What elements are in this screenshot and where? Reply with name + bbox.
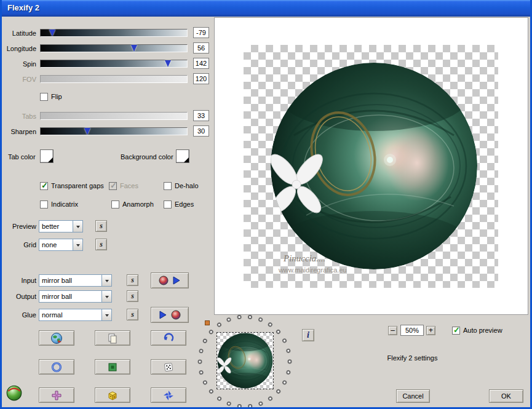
flip-checkbox[interactable] xyxy=(40,93,48,101)
latitude-slider-thumb[interactable] xyxy=(49,30,55,36)
thumbnail-preview[interactable] xyxy=(216,332,274,389)
longitude-label: Longitude xyxy=(2,45,36,52)
ring-icon xyxy=(50,361,63,373)
dice-icon xyxy=(162,361,175,373)
watermark-line1: Pinuccia.... xyxy=(284,253,325,264)
auto-preview-checkbox[interactable] xyxy=(452,327,460,335)
chevron-down-icon[interactable] xyxy=(101,309,111,320)
copy-button[interactable] xyxy=(95,330,130,346)
green-square-button[interactable] xyxy=(95,359,130,375)
glue-random-button[interactable]: s xyxy=(127,309,138,320)
auto-preview-label: Auto preview xyxy=(463,327,502,334)
output-random-button[interactable]: s xyxy=(127,290,138,302)
de-halo-label: De-halo xyxy=(175,182,199,189)
output-select[interactable]: mirror ball xyxy=(39,290,112,303)
spin-slider-thumb[interactable] xyxy=(165,60,171,67)
chevron-down-icon[interactable] xyxy=(73,221,82,232)
fov-slider xyxy=(40,75,188,83)
chevron-down-icon[interactable] xyxy=(101,275,111,286)
sharpen-label: Sharpen xyxy=(2,128,36,135)
latitude-value[interactable]: -79 xyxy=(193,27,209,38)
de-halo-checkbox[interactable] xyxy=(164,182,172,190)
grid-label: Grid xyxy=(2,241,36,248)
faces-checkbox xyxy=(109,182,117,190)
preview-select-value: better xyxy=(39,221,73,232)
cancel-button[interactable]: Cancel xyxy=(396,389,430,403)
glue-select[interactable]: normal xyxy=(39,309,112,321)
longitude-slider-thumb[interactable] xyxy=(131,45,137,52)
latitude-label: Latitude xyxy=(2,30,36,37)
transparent-gaps-label: Transparent gaps xyxy=(51,182,104,189)
output-label: Output xyxy=(2,293,36,300)
background-color-label: Background color xyxy=(121,153,173,161)
play-sphere-icon xyxy=(156,309,183,320)
watermark-line2: www.maidiregrafica.eu xyxy=(279,266,347,274)
preview-select[interactable]: better xyxy=(39,220,83,232)
longitude-slider[interactable] xyxy=(40,44,188,52)
blue-pinwheel-icon xyxy=(162,389,175,402)
globe-icon xyxy=(50,332,63,344)
latitude-slider[interactable] xyxy=(40,29,188,37)
green-sphere-icon[interactable] xyxy=(5,383,23,402)
edges-group: Edges xyxy=(164,200,194,208)
dice-button[interactable] xyxy=(151,359,186,375)
preview-sphere-image[interactable] xyxy=(269,62,478,271)
grid-select-value: none xyxy=(39,239,73,250)
tabs-label: Tabs xyxy=(2,113,36,120)
flip-label: Flip xyxy=(51,93,62,100)
green-square-icon xyxy=(106,361,119,373)
auto-preview-group: Auto preview xyxy=(452,326,502,335)
tab-color-swatch[interactable] xyxy=(40,149,54,163)
grid-select[interactable]: none xyxy=(39,239,83,251)
edges-checkbox[interactable] xyxy=(164,201,172,208)
fov-value: 120 xyxy=(193,73,209,84)
spin-value[interactable]: 142 xyxy=(193,58,209,69)
longitude-row: Longitude xyxy=(2,44,211,55)
ring-button[interactable] xyxy=(39,359,74,375)
undo-icon xyxy=(162,332,175,344)
zoom-out-button[interactable]: – xyxy=(388,326,397,335)
indicatrix-group: Indicatrix xyxy=(40,200,78,208)
longitude-value[interactable]: 56 xyxy=(193,42,209,54)
info-button[interactable]: i xyxy=(302,329,314,341)
background-color-swatch[interactable] xyxy=(176,149,189,163)
globe-button[interactable] xyxy=(39,330,74,346)
grid-random-button[interactable]: s xyxy=(95,239,107,250)
indicatrix-label: Indicatrix xyxy=(51,201,78,208)
preview-random-button[interactable]: s xyxy=(95,220,107,232)
yellow-cube-icon xyxy=(106,389,119,402)
input-random-button[interactable]: s xyxy=(127,274,138,286)
undo-button[interactable] xyxy=(151,330,186,346)
anamorph-group: Anamorph xyxy=(111,200,154,208)
spin-label: Spin xyxy=(2,60,36,68)
output-select-value: mirror ball xyxy=(39,291,101,302)
sharpen-value[interactable]: 30 xyxy=(193,125,209,137)
anamorph-checkbox[interactable] xyxy=(111,201,119,208)
tabs-slider xyxy=(40,112,188,120)
latitude-row: Latitude xyxy=(2,28,211,39)
ring-handle[interactable] xyxy=(205,320,210,325)
transparent-gaps-checkbox[interactable] xyxy=(40,182,48,190)
title-bar[interactable]: Flexify 2 xyxy=(2,0,530,17)
tabs-row: Tabs xyxy=(2,111,211,122)
glue-select-value: normal xyxy=(39,309,101,320)
spin-slider[interactable] xyxy=(40,60,188,68)
sharpen-slider[interactable] xyxy=(40,127,188,135)
input-select[interactable]: mirror ball xyxy=(39,274,112,287)
spin-row: Spin xyxy=(2,59,211,70)
fov-row: FOV xyxy=(2,74,211,85)
glue-action-button[interactable] xyxy=(151,307,189,323)
chevron-down-icon[interactable] xyxy=(101,291,111,302)
purple-cross-button[interactable] xyxy=(39,387,74,403)
zoom-in-button[interactable]: + xyxy=(426,326,435,335)
yellow-cube-button[interactable] xyxy=(95,387,130,403)
chevron-down-icon[interactable] xyxy=(73,239,82,250)
blue-pinwheel-button[interactable] xyxy=(151,387,186,403)
sharpen-slider-thumb[interactable] xyxy=(84,128,90,135)
indicatrix-checkbox[interactable] xyxy=(40,201,48,208)
window-title: Flexify 2 xyxy=(7,3,39,12)
input-action-button[interactable] xyxy=(151,272,189,288)
input-select-value: mirror ball xyxy=(39,275,101,286)
ok-button[interactable]: OK xyxy=(489,389,523,403)
copy-icon xyxy=(106,332,119,344)
